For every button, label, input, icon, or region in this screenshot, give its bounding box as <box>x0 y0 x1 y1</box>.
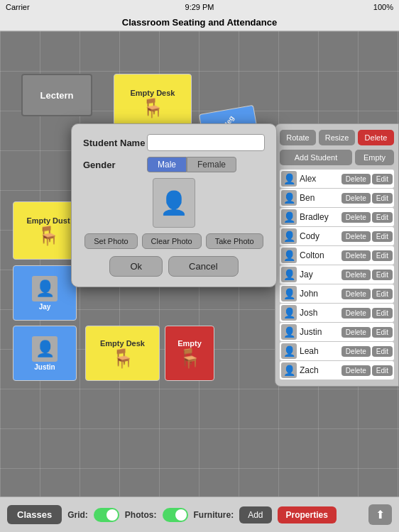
student-edit-btn[interactable]: Edit <box>372 212 393 223</box>
desk-jay[interactable]: 👤 Jay <box>13 265 77 321</box>
desk-empty-top-label: Empty Desk <box>131 89 175 97</box>
canvas-area: Lectern Empty Desk 🪑 Ueg 👤 Empty Dust 🪑 … <box>0 31 399 497</box>
time-label: 9:29 PM <box>185 3 214 11</box>
properties-btn[interactable]: Properties <box>278 506 337 523</box>
student-name: Zach <box>300 365 341 375</box>
student-actions: Delete Edit <box>341 250 393 261</box>
furniture-label: Furniture: <box>194 510 234 520</box>
student-photo: 👤 <box>281 343 297 359</box>
student-edit-btn[interactable]: Edit <box>372 250 393 261</box>
student-photo: 👤 <box>281 324 297 340</box>
student-photo: 👤 <box>281 362 297 378</box>
justin-photo: 👤 <box>32 336 58 362</box>
student-delete-btn[interactable]: Delete <box>341 289 371 299</box>
desk-justin[interactable]: 👤 Justin <box>13 326 77 381</box>
rotate-btn[interactable]: Rotate <box>280 130 316 145</box>
clear-photo-btn[interactable]: Clear Photo <box>142 233 202 249</box>
student-photo: 👤 <box>281 248 297 263</box>
student-row: 👤 Ben Delete Edit <box>280 189 394 207</box>
student-photo: 👤 <box>281 267 297 282</box>
add-student-btn[interactable]: Add Student <box>280 150 352 165</box>
student-delete-btn[interactable]: Delete <box>341 308 371 318</box>
student-edit-btn[interactable]: Edit <box>372 308 393 318</box>
desk-empty-mid[interactable]: Empty Desk 🪑 <box>85 326 160 381</box>
cancel-btn[interactable]: Cancel <box>168 256 238 277</box>
battery-label: 100% <box>373 3 393 11</box>
desk-empty-top-icon: 🪑 <box>141 99 164 117</box>
student-name: Leah <box>300 346 341 356</box>
justin-name-label: Justin <box>34 363 55 371</box>
classes-btn[interactable]: Classes <box>7 505 62 524</box>
desk-empty-mid-icon: 🪑 <box>111 349 134 367</box>
photos-toggle[interactable] <box>163 508 188 522</box>
set-photo-btn[interactable]: Set Photo <box>84 233 137 249</box>
title-bar: Classroom Seating and Attendance <box>0 14 399 31</box>
resize-btn[interactable]: Resize <box>319 130 355 145</box>
gender-label: Gender <box>83 160 147 170</box>
student-name: Ben <box>300 193 341 203</box>
student-name: Colton <box>300 250 341 260</box>
grid-label: Grid: <box>67 510 88 520</box>
name-row: Student Name <box>83 134 265 151</box>
photo-area: 👤 <box>83 178 265 228</box>
delete-btn[interactable]: Delete <box>358 130 394 145</box>
student-name: Justin <box>300 327 341 337</box>
student-actions: Delete Edit <box>341 270 393 280</box>
ok-btn[interactable]: Ok <box>109 256 163 277</box>
gender-row: Gender Male Female <box>83 157 265 172</box>
student-row: 👤 Bradley Delete Edit <box>280 208 394 226</box>
student-delete-btn[interactable]: Delete <box>341 174 371 184</box>
student-name: Alex <box>300 174 341 184</box>
desk-empty-dust-icon: 🪑 <box>37 226 60 245</box>
student-delete-btn[interactable]: Delete <box>341 270 371 280</box>
student-delete-btn[interactable]: Delete <box>341 231 371 242</box>
student-delete-btn[interactable]: Delete <box>341 212 371 223</box>
student-name: Bradley <box>300 212 341 222</box>
jay-photo: 👤 <box>32 276 58 301</box>
carrier-label: Carrier <box>6 3 30 11</box>
photo-preview: 👤 <box>153 178 195 228</box>
student-row: 👤 Cody Delete Edit <box>280 227 394 245</box>
name-label: Student Name <box>83 138 147 148</box>
name-input[interactable] <box>147 134 265 151</box>
student-delete-btn[interactable]: Delete <box>341 327 371 338</box>
empty-btn[interactable]: Empty <box>355 150 394 165</box>
photo-person-icon: 👤 <box>160 189 188 216</box>
gender-female-btn[interactable]: Female <box>187 157 236 172</box>
desk-empty-red[interactable]: Empty 🪑 <box>165 326 214 381</box>
student-actions: Delete Edit <box>341 308 393 318</box>
share-btn[interactable]: ⬆ <box>368 504 392 525</box>
student-delete-btn[interactable]: Delete <box>341 250 371 261</box>
status-bar: Carrier 9:29 PM 100% <box>0 0 399 14</box>
student-actions: Delete Edit <box>341 289 393 299</box>
dialog-actions: Ok Cancel <box>83 256 265 277</box>
student-edit-btn[interactable]: Edit <box>372 174 393 184</box>
student-edit-btn[interactable]: Edit <box>372 327 393 338</box>
photos-label: Photos: <box>125 510 157 520</box>
student-delete-btn[interactable]: Delete <box>341 346 371 357</box>
student-actions: Delete Edit <box>341 327 393 338</box>
student-row: 👤 Josh Delete Edit <box>280 304 394 322</box>
student-delete-btn[interactable]: Delete <box>341 365 371 376</box>
student-list: 👤 Alex Delete Edit 👤 Ben Delete Edit 👤 B… <box>280 170 394 379</box>
student-edit-btn[interactable]: Edit <box>372 346 393 357</box>
student-edit-btn[interactable]: Edit <box>372 289 393 299</box>
student-edit-btn[interactable]: Edit <box>372 365 393 376</box>
student-edit-btn[interactable]: Edit <box>372 193 393 204</box>
student-row: 👤 Colton Delete Edit <box>280 246 394 265</box>
lectern[interactable]: Lectern <box>21 74 92 116</box>
gender-male-btn[interactable]: Male <box>147 157 187 172</box>
student-row: 👤 Alex Delete Edit <box>280 170 394 188</box>
student-delete-btn[interactable]: Delete <box>341 193 371 204</box>
student-photo: 👤 <box>281 190 297 206</box>
student-edit-btn[interactable]: Edit <box>372 270 393 280</box>
add-furniture-btn[interactable]: Add <box>239 506 271 523</box>
student-name: Josh <box>300 308 341 318</box>
student-edit-btn[interactable]: Edit <box>372 231 393 242</box>
bottom-toolbar: Classes Grid: Photos: Furniture: Add Pro… <box>0 497 399 532</box>
grid-toggle[interactable] <box>94 508 119 522</box>
take-photo-btn[interactable]: Take Photo <box>206 233 263 249</box>
student-actions: Delete Edit <box>341 193 393 204</box>
desk-empty-red-icon: 🪑 <box>178 349 201 367</box>
student-row: 👤 Zach Delete Edit <box>280 361 394 379</box>
